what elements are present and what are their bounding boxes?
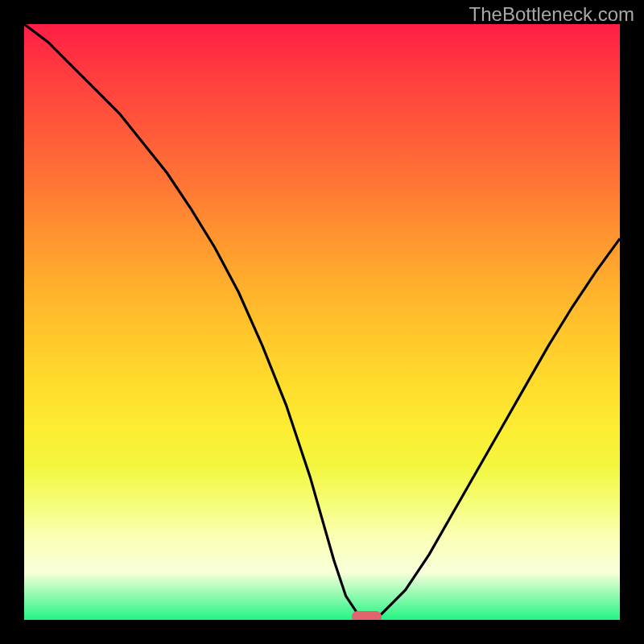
- minimum-marker: [352, 611, 382, 620]
- plot-area: [24, 24, 620, 620]
- plot-svg: [24, 24, 620, 620]
- bottleneck-curve: [24, 24, 620, 620]
- watermark-label: TheBottleneck.com: [469, 3, 634, 26]
